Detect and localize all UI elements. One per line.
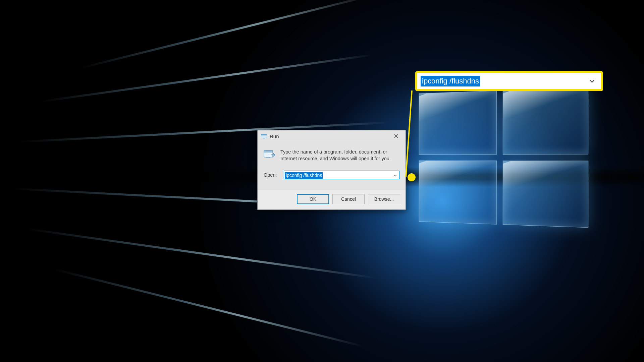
callout-zoomed-input: ipconfig /flushdns <box>415 71 603 91</box>
chevron-down-icon <box>589 78 595 84</box>
run-dialog: Run Type the name of a program, folder, … <box>257 130 406 210</box>
open-combobox-value: ipconfig /flushdns <box>285 172 323 179</box>
svg-rect-4 <box>264 150 273 152</box>
ok-button[interactable]: OK <box>297 194 329 204</box>
callout-anchor-dot <box>408 173 416 181</box>
run-titlebar-icon <box>261 134 267 138</box>
close-button[interactable] <box>389 130 404 142</box>
run-dialog-title: Run <box>270 133 389 139</box>
cancel-button[interactable]: Cancel <box>332 194 365 204</box>
run-dialog-description: Type the name of a program, folder, docu… <box>280 149 399 162</box>
close-icon <box>394 133 398 139</box>
browse-button[interactable]: Browse... <box>368 194 400 204</box>
open-combobox[interactable]: ipconfig /flushdns <box>284 171 399 179</box>
callout-input-value: ipconfig /flushdns <box>421 76 480 86</box>
svg-rect-1 <box>261 134 267 135</box>
chevron-down-icon <box>393 173 397 177</box>
run-dialog-footer: OK Cancel Browse... <box>258 190 406 209</box>
svg-rect-2 <box>263 138 265 138</box>
windows-logo-icon <box>419 87 589 228</box>
run-dialog-icon <box>264 149 275 160</box>
open-label: Open: <box>264 172 279 178</box>
run-dialog-titlebar[interactable]: Run <box>258 130 406 142</box>
svg-rect-5 <box>267 157 270 158</box>
